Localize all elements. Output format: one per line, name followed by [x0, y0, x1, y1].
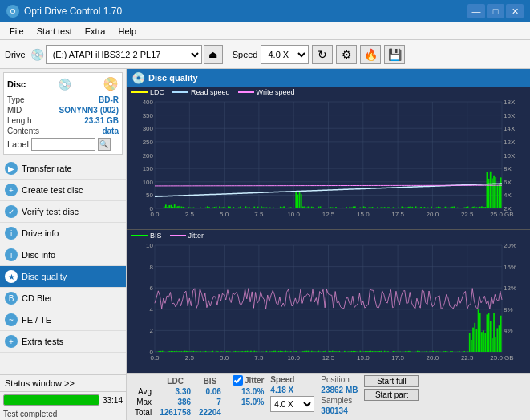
- refresh-button[interactable]: ↻: [312, 45, 333, 64]
- disc-info-label: Disc info: [22, 250, 55, 260]
- settings-button[interactable]: ⚙: [336, 45, 357, 64]
- ldc-header: LDC: [156, 377, 194, 386]
- sidebar-item-extra-tests[interactable]: + Extra tests: [0, 331, 126, 353]
- total-label: Total: [131, 408, 155, 417]
- chart2-container: BIS Jitter: [127, 230, 530, 373]
- save-button[interactable]: 💾: [384, 45, 405, 64]
- progress-time: 33:14: [103, 396, 123, 405]
- progress-section: 33:14: [0, 392, 126, 408]
- menu-file[interactable]: File: [3, 25, 30, 38]
- max-ldc: 386: [156, 398, 194, 406]
- drive-icon: 💿: [30, 48, 44, 61]
- status-window-button[interactable]: Status window >>: [0, 375, 126, 392]
- ldc-line-color: [131, 91, 148, 93]
- status-window-label: Status window >>: [5, 378, 75, 388]
- label-search-button[interactable]: 🔍: [98, 138, 111, 151]
- stats-table: LDC BIS Avg 3.30 0.06 Max 386 7 Total 12…: [130, 375, 226, 418]
- jitter-section: Jitter 13.0% 15.0%: [233, 375, 264, 406]
- legend-bis: BIS: [131, 232, 162, 240]
- transfer-rate-label: Transfer rate: [22, 164, 72, 173]
- avg-speed: 4.18 X: [270, 386, 314, 394]
- drive-info-label: Drive info: [22, 228, 59, 238]
- position-value: 23862 MB: [321, 386, 358, 394]
- button-section: Start full Start part: [364, 375, 419, 401]
- avg-label: Avg: [131, 387, 155, 396]
- cd-bler-icon: B: [5, 292, 18, 305]
- max-label: Max: [131, 398, 155, 406]
- label-input[interactable]: [31, 138, 95, 151]
- bis-line-color: [131, 235, 148, 236]
- fe-te-icon: ~: [5, 313, 18, 326]
- disc-panel-icon: 💿: [58, 78, 71, 91]
- chart1-container: LDC Read speed Write speed: [127, 87, 530, 230]
- readspeed-line-color: [172, 91, 188, 93]
- sidebar-item-verify-test-disc[interactable]: ✓ Verify test disc: [0, 201, 126, 223]
- drive-info-icon: i: [5, 227, 18, 240]
- legend-ldc: LDC: [131, 88, 164, 96]
- jitter-checkbox[interactable]: [233, 375, 243, 386]
- extra-tests-label: Extra tests: [22, 337, 63, 346]
- sidebar-item-transfer-rate[interactable]: ▶ Transfer rate: [0, 158, 126, 180]
- max-jitter: 15.0%: [233, 398, 264, 406]
- position-section: Position 23862 MB Samples 380134: [321, 375, 358, 415]
- disc-quality-label: Disc quality: [22, 272, 67, 281]
- burn-button[interactable]: 🔥: [360, 45, 381, 64]
- maximize-button[interactable]: □: [487, 4, 504, 18]
- speed-dropdown[interactable]: 4.0 X: [270, 396, 314, 412]
- content-area: 💿 Disc quality LDC Read speed Write spee…: [127, 69, 530, 420]
- start-part-button[interactable]: Start part: [364, 389, 419, 401]
- samples-value: 380134: [321, 406, 358, 415]
- chart1-legend: LDC Read speed Write speed: [127, 87, 530, 98]
- menu-bar: File Start test Extra Help: [0, 22, 530, 40]
- legend-jitter: Jitter: [170, 232, 204, 240]
- sidebar-item-disc-info[interactable]: i Disc info: [0, 244, 126, 266]
- contents-value: data: [102, 127, 119, 135]
- bis-legend-label: BIS: [150, 232, 162, 240]
- disc-quality-header: 💿 Disc quality: [127, 69, 530, 87]
- start-full-button[interactable]: Start full: [364, 375, 419, 387]
- jitter-line-color: [170, 235, 186, 236]
- max-bis: 7: [196, 398, 225, 406]
- eject-button[interactable]: ⏏: [204, 45, 223, 64]
- window-controls: — □ ✕: [467, 4, 524, 18]
- create-disc-label: Create test disc: [22, 185, 83, 195]
- sidebar-item-drive-info[interactable]: i Drive info: [0, 223, 126, 244]
- mid-label: MID: [7, 106, 22, 115]
- sidebar-item-fe-te[interactable]: ~ FE / TE: [0, 309, 126, 331]
- stats-bar: LDC BIS Avg 3.30 0.06 Max 386 7 Total 12…: [127, 373, 530, 420]
- sidebar-item-create-test-disc[interactable]: + Create test disc: [0, 180, 126, 201]
- writespeed-legend-label: Write speed: [257, 88, 295, 96]
- toolbar: Drive 💿 (E:) ATAPI iHBS312 2 PL17 ⏏ Spee…: [0, 40, 530, 69]
- sidebar-item-cd-bler[interactable]: B CD Bler: [0, 288, 126, 309]
- transfer-rate-icon: ▶: [5, 162, 18, 175]
- type-value: BD-R: [99, 95, 119, 104]
- legend-writespeed: Write speed: [238, 88, 295, 96]
- verify-disc-label: Verify test disc: [22, 207, 79, 216]
- position-label: Position: [321, 375, 358, 384]
- menu-help[interactable]: Help: [111, 25, 143, 38]
- writespeed-line-color: [238, 91, 254, 93]
- app-icon: O: [6, 5, 19, 18]
- drive-select[interactable]: (E:) ATAPI iHBS312 2 PL17: [46, 45, 202, 64]
- total-bis: 22204: [196, 408, 225, 417]
- readspeed-legend-label: Read speed: [191, 88, 230, 96]
- total-ldc: 1261758: [156, 408, 194, 417]
- disc-info-icon: i: [5, 248, 18, 261]
- menu-extra[interactable]: Extra: [79, 25, 112, 38]
- sidebar-item-disc-quality[interactable]: ★ Disc quality: [0, 266, 126, 288]
- speed-select[interactable]: 4.0 X: [261, 45, 309, 64]
- title-bar: O Opti Drive Control 1.70 — □ ✕: [0, 0, 530, 22]
- close-button[interactable]: ✕: [506, 4, 524, 18]
- progress-bar-container: [3, 394, 99, 406]
- drive-label: Drive: [5, 50, 26, 59]
- status-completed: Test completed: [0, 408, 126, 420]
- label-label: Label: [7, 139, 29, 149]
- menu-start-test[interactable]: Start test: [30, 25, 79, 38]
- bis-header: BIS: [196, 377, 225, 386]
- length-label: Length: [7, 116, 32, 125]
- avg-ldc: 3.30: [156, 387, 194, 396]
- minimize-button[interactable]: —: [467, 4, 485, 18]
- extra-tests-icon: +: [5, 335, 18, 348]
- disc-quality-title: Disc quality: [148, 73, 198, 83]
- mid-value: SONYNN3 (002): [59, 106, 119, 115]
